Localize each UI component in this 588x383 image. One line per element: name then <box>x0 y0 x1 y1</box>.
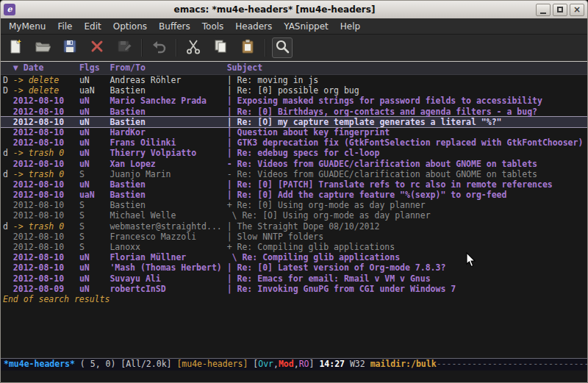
subject-cell: | Question about key fingerprint <box>227 127 390 137</box>
menu-item-options[interactable]: Options <box>107 19 153 34</box>
modeline-plain: [ <box>248 359 258 369</box>
message-row[interactable]: 2012-08-10 S Michael Welle \ Re: [O] Usi… <box>1 210 587 221</box>
subject-cell: + Re: Compiling glib applications <box>227 242 395 252</box>
mode-line[interactable]: *mu4e-headers* ( 5, 0) [All/2.0k] [mu4e-… <box>1 358 587 371</box>
message-row[interactable]: D -> delete uN Andreas Röhler | Re: movi… <box>1 75 587 85</box>
subject-cell: - Re: Videos from GUADEC/clarification a… <box>227 159 537 169</box>
menu-item-file[interactable]: File <box>51 19 78 34</box>
modeline-time: 14:27 <box>319 359 345 369</box>
flags-cell: uN <box>79 273 110 284</box>
message-row[interactable]: 2012-08-10 uN HardKor | Question about k… <box>1 127 587 137</box>
subject-cell: | The Straight Dope 08/10/2012 <box>227 221 380 232</box>
save-as-button[interactable] <box>114 37 135 58</box>
menu-item-headers[interactable]: Headers <box>229 19 278 34</box>
flags-cell: S <box>79 221 110 232</box>
message-row[interactable]: 2012-08-10 S Bastien + Re: [0] Using org… <box>1 200 587 210</box>
mark-cell <box>3 232 13 242</box>
mark-cell <box>3 159 13 169</box>
new-file-button[interactable] <box>5 37 26 58</box>
message-row[interactable]: 2012-08-10 uN 'Mash (Thomas Herbert) | R… <box>1 262 587 273</box>
flags-cell: uN <box>79 107 110 117</box>
header-line[interactable]: ▼ Date Flgs From/To Subject <box>1 62 587 75</box>
flags-cell: S <box>79 200 110 210</box>
undo-icon <box>151 38 167 57</box>
maximize-button[interactable] <box>553 4 567 16</box>
date-cell: 2012-08-10 <box>13 190 79 200</box>
from-cell: Bastien <box>110 117 226 127</box>
open-file-button[interactable] <box>32 37 53 58</box>
save-as-icon <box>116 38 132 57</box>
mark-cell: d <box>3 148 13 158</box>
modeline-plain: , <box>273 359 279 369</box>
modeline-dashes: ------------------------------ <box>437 359 587 369</box>
titlebar[interactable]: e emacs: *mu4e-headers* [mu4e-headers] × <box>1 1 587 18</box>
minimize-button[interactable] <box>536 4 551 16</box>
date-cell: 2012-08-10 <box>13 200 79 210</box>
save-icon <box>62 38 78 57</box>
message-row[interactable]: 2012-08-10 uN Bastien | Re: [O] my captu… <box>1 117 587 127</box>
subject-cell: \ Re: Compiling glib applications <box>227 252 400 262</box>
modeline-plain: W32 <box>345 359 370 369</box>
save-button[interactable] <box>60 37 80 58</box>
date-cell: 2012-08-10 <box>13 107 79 117</box>
message-row[interactable]: 2012-08-10 uN Mario Sanchez Prada | Expo… <box>1 96 587 106</box>
message-row[interactable]: 2012-08-10 uN Bastien | Re: [0] Birthday… <box>1 107 587 117</box>
subject-cell: | Re: [0] Add the capture feature "%(sex… <box>227 190 507 200</box>
message-row[interactable]: d -> trash 0 S Juanjo Marin - Re: Videos… <box>1 169 587 179</box>
column-headers[interactable]: ▼ Date Flgs From/To Subject <box>1 62 587 74</box>
close-button[interactable]: × <box>570 4 584 16</box>
subject-cell: | GTK3 deprecation fix (GtkFontSelection… <box>227 137 584 148</box>
flags-cell: uN <box>79 262 110 273</box>
mark-cell <box>3 127 13 137</box>
mark-cell <box>3 284 13 294</box>
flags-cell: uaN <box>79 190 110 200</box>
flags-cell: S <box>79 232 110 242</box>
message-row[interactable]: 2012-08-10 S Francesco Mazzoli | Slow NN… <box>1 232 587 242</box>
message-row[interactable]: 2012-08-10 uN Xan Lopez - Re: Videos fro… <box>1 159 587 169</box>
from-cell: Florian Müllner <box>110 252 226 262</box>
message-row[interactable]: 2012-08-10 uN Bastien | Re: [0] [PATCH] … <box>1 179 587 190</box>
flags-cell: uN <box>79 148 110 158</box>
message-row[interactable]: d -> trash 0 uN Thierry Volpiatto | Re: … <box>1 148 587 158</box>
close-buffer-button[interactable] <box>87 37 107 58</box>
message-row[interactable]: 2012-08-10 uN Suvayu Ali | Re: Emacs for… <box>1 273 587 284</box>
cut-button[interactable] <box>183 37 204 58</box>
date-cell: 2012-08-10 <box>13 262 79 273</box>
message-row[interactable]: 2012-08-09 uN robertcInSD | Re: Invoking… <box>1 284 587 294</box>
date-cell: 2012-08-10 <box>13 242 79 252</box>
search-button[interactable] <box>272 37 293 58</box>
subject-cell: + Re: [0] Using org-mode as day planner <box>227 200 426 210</box>
subject-cell: | Exposing masked strings for password f… <box>227 96 542 106</box>
modeline-ovr: Ovr <box>258 359 273 369</box>
date-cell: -> trash 0 <box>13 148 79 158</box>
headers-buffer[interactable]: ▼ Date Flgs From/To Subject D -> delete … <box>1 62 587 358</box>
subject-cell: | Slow NNTP folders <box>227 232 324 242</box>
date-cell: 2012-08-10 <box>13 96 79 106</box>
paste-button[interactable] <box>237 37 258 58</box>
menu-bar: MyMenuFileEditOptionsBuffersToolsHeaders… <box>1 18 587 35</box>
mark-cell: D <box>3 85 13 96</box>
message-row[interactable]: D -> delete uaN Bastien | Re: [0] possib… <box>1 85 587 96</box>
minibuffer[interactable] <box>1 371 587 382</box>
modeline-buffer-name: *mu4e-headers* <box>4 359 75 369</box>
message-row[interactable]: 2012-08-10 uN Frans Oilinki | GTK3 depre… <box>1 137 587 148</box>
copy-button[interactable] <box>210 37 231 58</box>
message-row[interactable]: d -> trash 0 S webmaster@straightd... | … <box>1 221 587 232</box>
menu-item-edit[interactable]: Edit <box>79 19 107 34</box>
mark-cell <box>3 190 13 200</box>
menu-item-mymenu[interactable]: MyMenu <box>3 19 51 34</box>
mark-cell: d <box>3 221 13 232</box>
undo-button[interactable] <box>148 37 169 58</box>
date-cell: -> delete <box>13 75 79 85</box>
flags-cell: S <box>79 242 110 252</box>
message-row[interactable]: 2012-08-10 S Lanoxx + Re: Compiling glib… <box>1 242 587 252</box>
message-row[interactable]: 2012-08-10 uaN Bastien | Re: [0] Add the… <box>1 190 587 200</box>
flags-cell: uN <box>79 75 110 85</box>
message-row[interactable]: 2012-08-10 uN Florian Müllner \ Re: Comp… <box>1 252 587 262</box>
modeline-plain: ] <box>309 359 320 369</box>
menu-item-buffers[interactable]: Buffers <box>153 19 196 34</box>
menu-item-help[interactable]: Help <box>334 19 366 34</box>
subject-cell: - Re: Videos from GUADEC/clarification a… <box>227 169 537 179</box>
menu-item-tools[interactable]: Tools <box>196 19 230 34</box>
menu-item-yasnippet[interactable]: YASnippet <box>278 19 334 34</box>
